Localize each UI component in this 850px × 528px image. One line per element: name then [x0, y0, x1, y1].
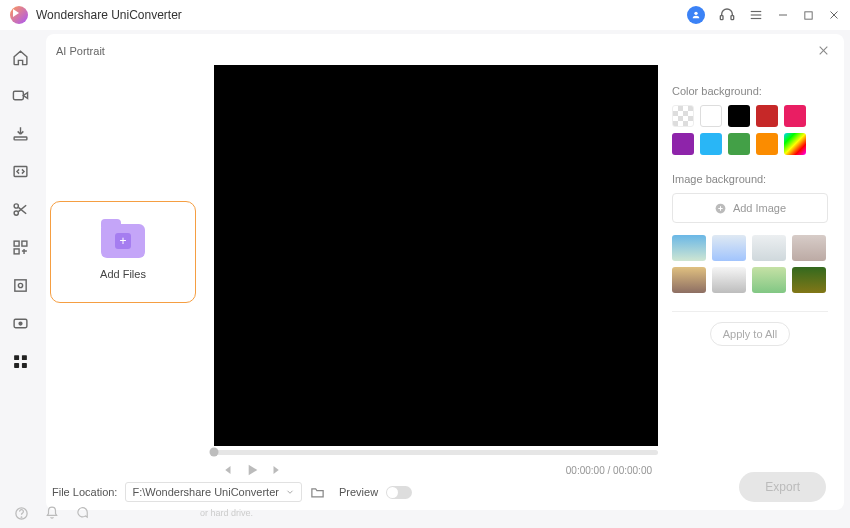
- help-icon[interactable]: [14, 506, 29, 521]
- chevron-down-icon: [285, 487, 295, 497]
- color-swatch[interactable]: [700, 105, 722, 127]
- video-preview: [214, 65, 658, 446]
- color-swatch[interactable]: [756, 105, 778, 127]
- preview-toggle-label: Preview: [339, 486, 378, 498]
- compress-icon[interactable]: [11, 162, 29, 180]
- svg-point-32: [21, 516, 22, 517]
- color-swatch[interactable]: [728, 133, 750, 155]
- add-files-button[interactable]: + Add Files: [50, 201, 196, 303]
- color-swatch[interactable]: [784, 133, 806, 155]
- file-location-label: File Location:: [52, 486, 117, 498]
- svg-rect-24: [14, 355, 19, 360]
- download-icon[interactable]: [11, 124, 29, 142]
- headset-icon[interactable]: [719, 7, 735, 23]
- sidebar: [0, 30, 40, 510]
- svg-rect-1: [720, 16, 723, 20]
- bell-icon[interactable]: [45, 506, 59, 520]
- panel-title: AI Portrait: [56, 45, 105, 57]
- user-icon[interactable]: [687, 6, 705, 24]
- svg-rect-10: [13, 91, 23, 100]
- next-frame-icon[interactable]: [270, 463, 284, 477]
- preview-toggle[interactable]: [386, 486, 412, 499]
- svg-rect-7: [805, 11, 812, 18]
- seek-bar[interactable]: [214, 446, 658, 458]
- svg-point-21: [18, 283, 22, 287]
- bg-thumbnail[interactable]: [792, 267, 826, 293]
- bg-thumbnail[interactable]: [672, 235, 706, 261]
- svg-point-0: [694, 12, 697, 15]
- prev-frame-icon[interactable]: [220, 463, 234, 477]
- folder-plus-icon: +: [101, 224, 145, 258]
- color-swatch[interactable]: [700, 133, 722, 155]
- svg-point-14: [14, 210, 18, 214]
- app-logo-icon: [10, 6, 28, 24]
- time-display: 00:00:00 / 00:00:00: [566, 465, 652, 476]
- close-icon[interactable]: [828, 9, 840, 21]
- panel: AI Portrait + Add Files: [46, 34, 844, 510]
- svg-rect-27: [21, 362, 26, 367]
- bg-thumbnail[interactable]: [752, 235, 786, 261]
- minimize-icon[interactable]: [777, 9, 789, 21]
- svg-point-13: [14, 203, 18, 207]
- crop-icon[interactable]: [11, 276, 29, 294]
- svg-rect-25: [21, 355, 26, 360]
- record-icon[interactable]: [11, 314, 29, 332]
- image-bg-label: Image background:: [672, 173, 828, 185]
- add-image-label: Add Image: [733, 202, 786, 214]
- merge-icon[interactable]: [11, 238, 29, 256]
- bg-thumbnail[interactable]: [752, 267, 786, 293]
- color-swatch[interactable]: [728, 105, 750, 127]
- color-swatch[interactable]: [784, 105, 806, 127]
- color-swatch[interactable]: [756, 133, 778, 155]
- svg-rect-11: [14, 137, 27, 140]
- home-icon[interactable]: [11, 48, 29, 66]
- svg-rect-2: [731, 16, 734, 20]
- maximize-icon[interactable]: [803, 10, 814, 21]
- color-swatch[interactable]: [672, 133, 694, 155]
- scissors-icon[interactable]: [11, 200, 29, 218]
- apply-all-button[interactable]: Apply to All: [710, 322, 790, 346]
- svg-rect-19: [14, 248, 19, 253]
- play-icon[interactable]: [244, 462, 260, 478]
- add-image-button[interactable]: Add Image: [672, 193, 828, 223]
- color-bg-label: Color background:: [672, 85, 828, 97]
- svg-rect-26: [14, 362, 19, 367]
- video-icon[interactable]: [11, 86, 29, 104]
- svg-rect-18: [21, 241, 26, 246]
- bg-thumbnail[interactable]: [672, 267, 706, 293]
- panel-close-icon[interactable]: [813, 40, 834, 61]
- feedback-icon[interactable]: [75, 506, 89, 520]
- svg-rect-17: [14, 241, 19, 246]
- color-swatch[interactable]: [672, 105, 694, 127]
- file-location-value: F:\Wondershare UniConverter: [132, 486, 279, 498]
- bg-thumbnail[interactable]: [712, 235, 746, 261]
- status-bar: or hard drive.: [0, 498, 850, 528]
- color-swatches: [672, 105, 828, 155]
- image-thumbnails: [672, 235, 828, 293]
- bg-thumbnail[interactable]: [712, 267, 746, 293]
- title-bar: Wondershare UniConverter: [0, 0, 850, 30]
- app-name: Wondershare UniConverter: [36, 8, 182, 22]
- hint-text: or hard drive.: [200, 508, 253, 518]
- svg-rect-20: [14, 279, 25, 290]
- bg-thumbnail[interactable]: [792, 235, 826, 261]
- svg-point-23: [19, 322, 22, 325]
- add-files-label: Add Files: [100, 268, 146, 280]
- toolbox-icon[interactable]: [11, 352, 29, 370]
- menu-icon[interactable]: [749, 8, 763, 22]
